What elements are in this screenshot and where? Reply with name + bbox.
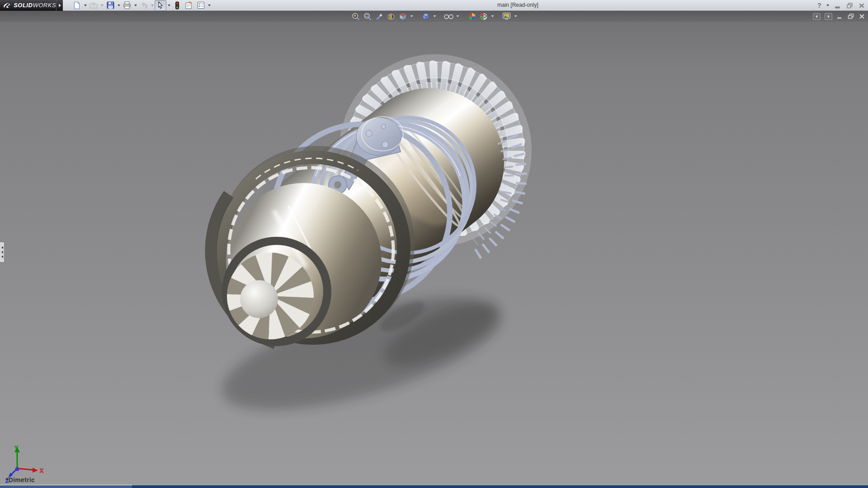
close-icon (858, 2, 865, 9)
minimize-button[interactable] (834, 2, 841, 9)
zoom-to-fit-button[interactable] (350, 11, 361, 22)
viewport-top-band (0, 11, 868, 22)
traffic-light-icon (175, 1, 179, 9)
solidworks-wordmark: SOLIDWORKS (14, 2, 56, 9)
exhaust-hub (240, 280, 278, 318)
view-orientation-button[interactable] (397, 11, 408, 22)
y-axis-label: Y (14, 445, 18, 451)
view-orientation-label: *Dimetric (6, 476, 35, 483)
close-button[interactable] (858, 2, 865, 9)
dropdown-caret[interactable] (513, 11, 518, 21)
view-settings-button[interactable] (501, 11, 512, 22)
eyeglasses-icon (444, 13, 454, 19)
save-button[interactable] (104, 0, 116, 11)
minimize-icon (836, 13, 843, 19)
file-properties-icon (185, 1, 193, 9)
hide-show-items-button[interactable] (443, 11, 454, 22)
new-document-icon (73, 1, 80, 9)
dropdown-caret[interactable] (455, 11, 460, 21)
options-button[interactable] (195, 0, 207, 11)
doc-minimize-button[interactable] (836, 13, 843, 19)
jet-engine-model (0, 22, 868, 485)
doc-restore-button[interactable] (847, 13, 854, 19)
taskbar-edge (0, 485, 868, 488)
feature-panel-splitter[interactable] (0, 242, 5, 263)
help-button[interactable]: ? (817, 0, 821, 11)
rebuild-button[interactable] (171, 0, 183, 11)
apply-scene-icon (479, 12, 488, 21)
restore-icon (847, 13, 854, 19)
printer-icon (123, 1, 131, 9)
dropdown-caret[interactable] (83, 0, 88, 10)
open-folder-icon (90, 2, 98, 9)
select-cursor-icon (157, 1, 164, 9)
collapse-arrow-icon (1, 246, 3, 249)
apply-scene-button[interactable] (478, 11, 489, 22)
doc-close-button[interactable] (859, 13, 865, 19)
print-button[interactable] (121, 0, 133, 11)
open-button[interactable] (88, 0, 99, 11)
document-window-controls (813, 11, 865, 22)
pane-left-arrow-icon (815, 14, 819, 19)
dropdown-caret[interactable] (133, 0, 138, 10)
select-tool-button[interactable] (155, 0, 166, 11)
options-checklist-icon (197, 1, 205, 9)
appearance-sphere-icon (467, 12, 476, 21)
minimize-icon (834, 2, 841, 9)
file-properties-button[interactable] (183, 0, 195, 11)
title-bar: SOLIDWORKS (0, 0, 868, 11)
dropdown-caret[interactable] (166, 0, 171, 10)
menu-expand-arrow-icon[interactable] (56, 0, 63, 11)
undo-button[interactable] (138, 0, 150, 11)
zoom-to-area-button[interactable] (362, 11, 373, 22)
restore-button[interactable] (846, 2, 854, 9)
display-style-button[interactable] (420, 11, 431, 22)
restore-icon (846, 2, 854, 9)
dropdown-caret[interactable] (409, 11, 414, 21)
graphics-area[interactable]: Y X Z *Dimetric (0, 22, 868, 485)
show-task-pane-button[interactable] (825, 13, 832, 20)
pane-right-arrow-icon (826, 14, 830, 19)
solidworks-logo-icon (3, 2, 12, 9)
dropdown-caret[interactable] (99, 0, 104, 10)
collapse-arrow-icon (1, 255, 3, 258)
show-feature-pane-button[interactable] (813, 13, 821, 20)
collapse-arrow-icon (1, 251, 3, 253)
save-floppy-icon (107, 1, 114, 9)
previous-view-icon (375, 12, 383, 21)
edit-appearance-button[interactable] (467, 11, 477, 22)
display-style-icon (421, 12, 430, 21)
taskbar-edge-highlight (0, 485, 132, 488)
dropdown-caret[interactable] (490, 11, 495, 21)
document-title: main [Read-only] (497, 2, 538, 8)
app-window-controls: ? (817, 0, 865, 11)
new-document-button[interactable] (71, 0, 83, 11)
previous-view-button[interactable] (374, 11, 385, 22)
solidworks-logo: SOLIDWORKS (0, 0, 56, 11)
zoom-to-area-icon (363, 12, 372, 21)
view-orientation-icon (398, 12, 407, 21)
close-icon (859, 13, 865, 19)
dropdown-caret[interactable] (432, 11, 437, 21)
solidworks-window: SOLIDWORKS (0, 0, 868, 488)
heads-up-view-toolbar (350, 11, 518, 22)
x-axis-label: X (40, 468, 43, 474)
dropdown-caret[interactable] (150, 0, 155, 10)
undo-arrow-icon (140, 2, 148, 9)
zoom-to-fit-icon (351, 12, 360, 21)
view-settings-icon (502, 12, 511, 20)
main-toolbar (71, 0, 212, 11)
section-view-icon (387, 12, 395, 21)
dropdown-caret[interactable] (207, 0, 212, 10)
help-dropdown-caret[interactable] (826, 0, 830, 10)
section-view-button[interactable] (386, 11, 396, 22)
x-axis-arrow (33, 468, 38, 473)
dropdown-caret[interactable] (116, 0, 121, 10)
